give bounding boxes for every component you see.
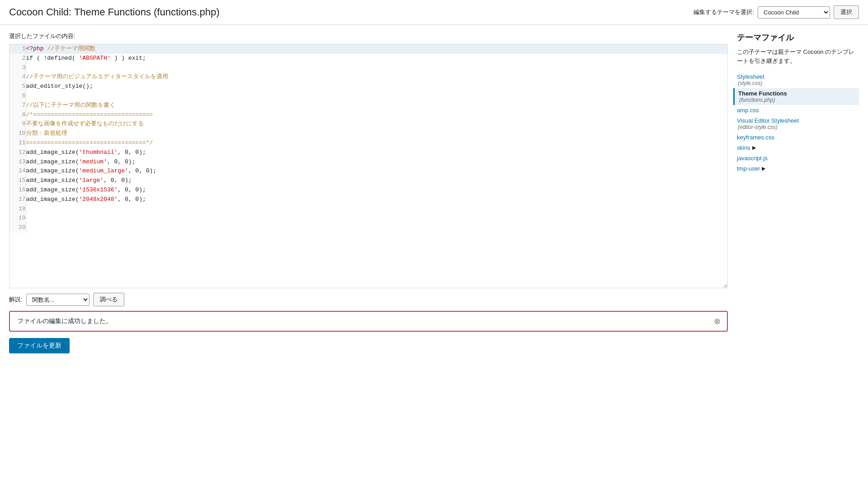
line-number: 18 [9,205,26,214]
file-sub-label: (functions.php) [738,97,859,103]
file-link[interactable]: javascript.js [737,155,768,162]
sidebar-file-item[interactable]: skins▶ [737,143,859,153]
file-link[interactable]: Visual Editor Stylesheet [737,117,799,124]
file-section-label: 選択したファイルの内容: [9,32,728,40]
sidebar-file-item[interactable]: Theme Functions(functions.php) [733,88,859,105]
page-header: Cocoon Child: Theme Functions (functions… [0,0,868,25]
sidebar-file-item[interactable]: javascript.js [737,153,859,163]
theme-select-button[interactable]: 選択 [834,5,859,19]
sidebar-file-item[interactable]: keyframes.css [737,132,859,143]
code-editor[interactable]: 1<?php //子テーマ用関数2if ( !defined( 'ABSPATH… [9,44,728,288]
line-code: ==================================*/ [26,138,727,148]
line-number: 20 [9,223,26,233]
line-number: 12 [9,148,26,157]
file-sub-label: (editor-style.css) [737,124,859,130]
folder-arrow-icon: ▶ [762,166,765,171]
line-code: 分類：新規処理 [26,129,727,138]
line-code: add_image_size('1536x1536', 0, 0); [26,186,727,195]
line-number: 14 [9,167,26,176]
line-code [26,214,727,223]
line-code: add_image_size('2048x2048', 0, 0); [26,195,727,205]
line-code: 不要な画像を作成せず必要なものだけにする [26,119,727,129]
sidebar-column: テーマファイル この子テーマは親テーマ Cocoon のテンプレートを引き継ぎま… [737,32,859,353]
file-link[interactable]: Stylesheet [737,73,764,80]
lookup-button[interactable]: 調べる [93,293,124,306]
theme-select-label: 編集するテーマを選択: [693,8,754,16]
code-table: 1<?php //子テーマ用関数2if ( !defined( 'ABSPATH… [9,44,727,233]
line-number: 5 [9,82,26,91]
line-number: 4 [9,72,26,82]
theme-selector-area: 編集するテーマを選択: Cocoon Child Cocoon 選択 [693,5,859,19]
lookup-select[interactable]: 関数名... [26,294,90,306]
line-number: 10 [9,129,26,138]
line-number: 13 [9,157,26,167]
lookup-row: 解説: 関数名... 調べる [9,293,728,306]
success-message-box: ファイルの編集に成功しました。 ⊗ [9,311,728,332]
line-number: 11 [9,138,26,148]
line-number: 2 [9,54,26,63]
file-link[interactable]: amp.css [737,107,759,114]
file-link[interactable]: keyframes.css [737,134,774,141]
line-code: add_editor_style(); [26,82,727,91]
sidebar-file-item[interactable]: Stylesheet(style.css) [737,71,859,88]
line-number: 19 [9,214,26,223]
line-number: 16 [9,186,26,195]
folder-arrow-icon: ▶ [752,145,756,151]
file-folder-link[interactable]: tmp-user [737,165,760,172]
page-title: Cocoon Child: Theme Functions (functions… [9,6,220,18]
file-folder: tmp-user▶ [737,165,859,172]
line-code: add_image_size('thumbnail', 0, 0); [26,148,727,157]
line-number: 1 [9,44,26,54]
success-text: ファイルの編集に成功しました。 [17,317,112,325]
line-number: 8 [9,110,26,120]
editor-column: 選択したファイルの内容: 1<?php //子テーマ用関数2if ( !defi… [9,32,728,353]
line-number: 3 [9,63,26,73]
success-close-button[interactable]: ⊗ [714,317,721,325]
file-link[interactable]: Theme Functions [738,90,787,97]
line-number: 7 [9,101,26,110]
sidebar-files-list: Stylesheet(style.css)Theme Functions(fun… [737,71,859,174]
line-code: add_image_size('medium', 0, 0); [26,157,727,167]
line-code: add_image_size('large', 0, 0); [26,176,727,186]
line-code: <?php //子テーマ用関数 [26,44,727,54]
line-code [26,63,727,73]
sidebar-file-item[interactable]: Visual Editor Stylesheet(editor-style.cs… [737,115,859,132]
sidebar-file-item[interactable]: tmp-user▶ [737,163,859,174]
update-file-button[interactable]: ファイルを更新 [9,338,70,353]
line-number: 15 [9,176,26,186]
file-sub-label: (style.css) [737,80,859,86]
line-code [26,223,727,233]
content-area: 選択したファイルの内容: 1<?php //子テーマ用関数2if ( !defi… [0,25,868,362]
theme-dropdown[interactable]: Cocoon Child Cocoon [758,6,830,19]
line-code: if ( !defined( 'ABSPATH' ) ) exit; [26,54,727,63]
line-code: /*================================== [26,110,727,120]
line-number: 9 [9,119,26,129]
sidebar-file-item[interactable]: amp.css [737,105,859,115]
line-code [26,205,727,214]
line-code: add_image_size('medium_large', 0, 0); [26,167,727,176]
line-number: 17 [9,195,26,205]
line-number: 6 [9,91,26,101]
line-code [26,91,727,101]
line-code: //子テーマ用のビジュアルエディタースタイルを適用 [26,72,727,82]
file-folder: skins▶ [737,144,859,151]
file-folder-link[interactable]: skins [737,144,750,151]
sidebar-title: テーマファイル [737,32,859,43]
sidebar-description: この子テーマは親テーマ Cocoon のテンプレートを引き継ぎます。 [737,48,859,65]
line-code: //以下に子テーマ用の関数を書く [26,101,727,110]
lookup-label: 解説: [9,295,23,304]
